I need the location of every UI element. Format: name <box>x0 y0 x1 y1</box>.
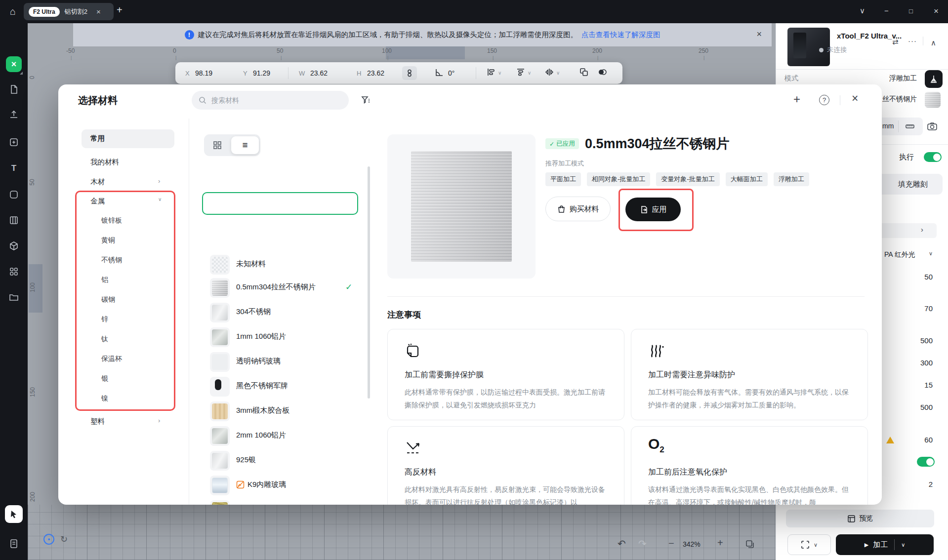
switch-device-icon[interactable]: ⇄ <box>892 38 899 46</box>
mode-value[interactable]: 浮雕加工 <box>867 74 917 83</box>
zoom-out-button[interactable]: − <box>668 538 674 549</box>
list-view-button[interactable]: ≡ <box>231 136 259 154</box>
chevron-down-icon[interactable]: ∨ <box>528 70 531 76</box>
execute-toggle[interactable] <box>924 152 942 162</box>
filter-icon[interactable] <box>361 95 371 107</box>
canvas-grid[interactable] <box>28 505 776 560</box>
zoom-in-button[interactable]: + <box>717 537 723 549</box>
preview-button[interactable]: 预览 <box>786 510 934 527</box>
measure-icon[interactable] <box>905 121 915 133</box>
distribute-icon[interactable] <box>516 68 525 79</box>
search-box[interactable] <box>192 91 349 110</box>
arrange-icon[interactable] <box>579 68 588 79</box>
material-row[interactable]: 304不锈钢 <box>202 301 361 324</box>
chevron-down-icon[interactable]: ∨ <box>498 70 501 76</box>
angle-value[interactable]: 0° <box>448 69 454 77</box>
sidebar-material-thumb[interactable] <box>925 92 941 108</box>
select-tool-button[interactable] <box>5 505 23 523</box>
add-material-button[interactable]: + <box>793 92 800 106</box>
chevron-down-icon[interactable]: ∨ <box>556 70 560 76</box>
new-tab-button[interactable]: + <box>117 4 123 16</box>
table-tool-icon[interactable] <box>8 215 19 226</box>
chevron-down-icon[interactable]: ∨ <box>929 250 933 257</box>
process-button[interactable]: ▶ 加工 ∨ <box>836 534 934 555</box>
dialog-close-icon[interactable]: × <box>852 92 858 105</box>
tab-close-icon[interactable]: × <box>96 7 101 16</box>
fill-engrave-label[interactable]: 填充雕刻 <box>898 180 928 189</box>
import-icon[interactable] <box>8 109 19 120</box>
collapse-panel-icon[interactable]: ∧ <box>931 39 936 47</box>
material-row[interactable]: 黑色不锈钢军牌 <box>202 375 361 398</box>
folder-icon[interactable] <box>8 292 19 303</box>
param-value[interactable]: 500 <box>903 336 933 345</box>
param-toggle[interactable] <box>917 457 935 467</box>
relief-mode-button[interactable] <box>925 70 943 88</box>
banner-link[interactable]: 点击查看快速了解深度图 <box>581 30 660 40</box>
w-value[interactable]: 23.62 <box>310 69 328 77</box>
flip-icon[interactable] <box>545 68 554 79</box>
home-button[interactable]: ⌂ <box>0 0 26 23</box>
more-icon[interactable]: ··· <box>908 37 917 45</box>
window-chevron-icon[interactable]: ∨ <box>860 6 865 15</box>
document-tab[interactable]: F2 Ultra 铝切割2 × <box>24 3 114 20</box>
add-shape-icon[interactable] <box>8 137 19 148</box>
shapes-library-icon[interactable] <box>8 240 19 251</box>
material-row[interactable]: 1mmH62黄铜片 <box>202 499 361 505</box>
xtool-logo[interactable]: × <box>6 56 22 72</box>
x-value[interactable]: 98.19 <box>195 69 212 77</box>
buy-material-button[interactable]: 购买材料 <box>545 197 611 221</box>
material-row[interactable]: 925银 <box>202 449 361 472</box>
selected-material-row[interactable] <box>202 192 358 215</box>
material-row[interactable]: 未知材料 <box>202 253 361 276</box>
duplicate-icon[interactable] <box>745 539 755 551</box>
shape-tool-icon[interactable] <box>8 189 19 200</box>
lock-ratio-icon[interactable] <box>402 66 417 80</box>
y-value[interactable]: 91.29 <box>253 69 270 77</box>
redo-button[interactable]: ↷ <box>638 538 647 550</box>
nav-item-common[interactable]: 常用 <box>90 134 105 143</box>
undo-button[interactable]: ↶ <box>618 538 626 550</box>
h-value[interactable]: 23.62 <box>367 69 384 77</box>
chevron-right-icon[interactable]: › <box>921 225 923 234</box>
help-icon[interactable]: ? <box>819 95 829 105</box>
page-icon[interactable] <box>8 538 19 549</box>
weld-icon[interactable] <box>598 68 607 79</box>
param-value[interactable]: 50 <box>903 273 933 281</box>
param-value[interactable]: 15 <box>903 381 933 389</box>
frame-button[interactable]: ∨ <box>787 534 831 555</box>
nav-item-my-materials[interactable]: 我的材料 <box>90 158 119 167</box>
divider <box>923 37 923 45</box>
list-scrollbar[interactable] <box>368 166 370 399</box>
material-row[interactable]: 透明钠钙玻璃 <box>202 351 361 373</box>
material-row[interactable]: 3mm椴木胶合板 <box>202 400 361 423</box>
grid-view-icon[interactable] <box>212 140 222 152</box>
material-row[interactable]: 1mm 1060铝片 <box>202 326 361 349</box>
apps-grid-icon[interactable] <box>8 266 19 277</box>
param-value[interactable]: 300 <box>903 359 933 367</box>
reset-view-button[interactable]: ↻ <box>60 534 68 545</box>
file-icon[interactable] <box>8 84 19 95</box>
banner-close-icon[interactable]: × <box>756 29 762 40</box>
material-row[interactable]: K9内雕玻璃 <box>202 474 361 497</box>
param-value[interactable]: 60 <box>903 436 933 444</box>
param-value[interactable]: 70 <box>903 304 933 313</box>
window-minimize-icon[interactable]: − <box>884 6 889 15</box>
window-close-icon[interactable]: × <box>934 6 939 16</box>
zoom-level[interactable]: 342% <box>683 540 701 548</box>
search-input[interactable] <box>210 96 329 105</box>
text-tool-icon[interactable]: T <box>8 163 19 174</box>
camera-icon[interactable] <box>927 121 938 134</box>
window-maximize-icon[interactable]: □ <box>909 7 913 15</box>
mode-tag: 平面加工 <box>545 172 581 186</box>
material-row-selected[interactable]: 0.5mm304拉丝不锈钢片 <box>202 277 361 299</box>
laser-source-value[interactable]: PA 红外光 <box>884 250 915 259</box>
record-position-button[interactable]: ● <box>43 534 54 545</box>
tick-mark: | <box>703 55 704 60</box>
tick-mark: | <box>387 55 388 60</box>
material-row[interactable]: 2mm 1060铝片 <box>202 425 361 447</box>
nav-item-plastic[interactable]: 塑料 <box>90 417 105 426</box>
param-value[interactable]: 500 <box>903 403 933 411</box>
align-icon[interactable] <box>487 68 495 79</box>
nav-item-wood[interactable]: 木材 <box>90 177 105 187</box>
param-value[interactable]: 2 <box>903 480 933 488</box>
